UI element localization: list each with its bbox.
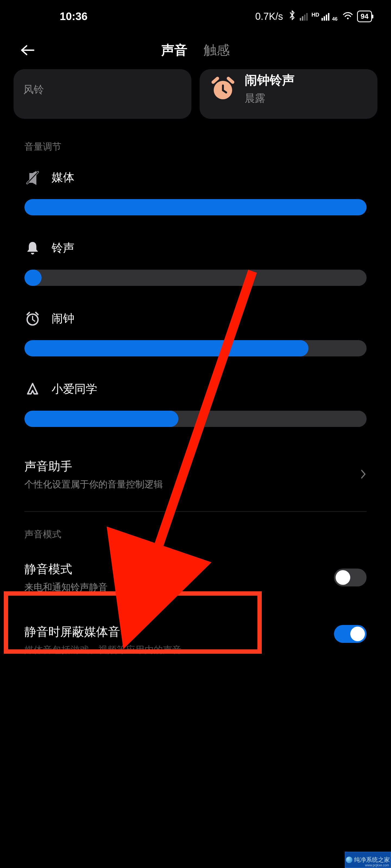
volume-xiaoai-label: 小爱同学 [52,381,97,397]
card-notification-tone[interactable]: ▁▁▁▁▁▁ 风铃 [13,69,191,119]
volume-media-slider[interactable] [24,199,367,215]
header-tabs: 声音 触感 [161,41,230,59]
signal-weak-icon [300,12,308,21]
network-speed: 0.7K/s [255,11,283,22]
section-mode-label: 声音模式 [0,517,391,546]
card-right-subtitle: 晨露 [245,91,295,105]
hd-label: HD [311,12,319,18]
back-button[interactable] [16,39,38,61]
status-right: 0.7K/s HD 46 94 [255,10,372,23]
volume-alarm-slider[interactable] [24,340,367,356]
sound-assistant-row[interactable]: 声音助手 个性化设置属于你的音量控制逻辑 [0,443,391,506]
divider [24,511,367,512]
signal-sub: 46 [332,16,337,22]
status-bar: 10:36 0.7K/s HD 46 94 [0,0,391,29]
xiaoai-icon [24,381,41,397]
annotation-highlight-box [4,591,262,654]
media-muted-icon [24,169,41,186]
volume-ringtone-label: 铃声 [52,240,75,255]
wifi-icon [342,10,353,23]
volume-ringtone: 铃声 [0,215,391,286]
watermark: 纯净系统之家 www.pcjkxe.com [345,852,391,868]
status-time: 10:36 [19,10,87,23]
volume-ringtone-slider[interactable] [24,270,367,286]
volume-media-label: 媒体 [52,170,75,185]
battery-icon: 94 [357,10,372,22]
ringtone-cards: ▁▁▁▁▁▁ 风铃 闹钟铃声 晨露 [0,69,391,119]
silent-mode-title: 静音模式 [24,561,367,577]
card-right-title: 闹钟铃声 [245,72,295,89]
silent-mode-toggle[interactable] [334,568,367,586]
volume-alarm: 闹钟 [0,286,391,356]
header: 声音 触感 [0,29,391,69]
slider-fill [24,199,367,215]
alarm-clock-icon [210,75,236,102]
slider-fill [24,411,178,427]
slider-fill [24,270,41,286]
bell-icon [24,240,41,256]
tab-haptics[interactable]: 触感 [204,41,230,59]
alarm-icon [24,310,41,327]
volume-xiaoai-slider[interactable] [24,411,367,427]
card-left-subtitle: 风铃 [23,83,181,97]
toggle-knob [350,627,365,641]
svg-point-0 [347,18,348,19]
watermark-text: 纯净系统之家 [354,856,390,864]
chevron-right-icon [360,469,367,480]
tab-sound[interactable]: 声音 [161,41,187,59]
volume-media: 媒体 [0,158,391,215]
sound-assistant-title: 声音助手 [24,458,367,474]
watermark-url: www.pcjkxe.com [365,863,389,867]
sound-assistant-subtitle: 个性化设置属于你的音量控制逻辑 [24,478,367,491]
slider-fill [24,340,308,356]
bluetooth-icon [288,10,296,23]
silent-media-toggle[interactable] [334,625,367,643]
section-volume-label: 音量调节 [0,119,391,158]
toggle-knob [336,570,350,585]
volume-xiaoai: 小爱同学 [0,356,391,427]
globe-icon [346,857,353,863]
signal-icon [322,12,329,21]
volume-alarm-label: 闹钟 [52,311,75,326]
card-alarm-tone[interactable]: 闹钟铃声 晨露 [200,69,378,119]
card-truncated-title: ▁▁▁▁▁▁ [23,72,181,77]
